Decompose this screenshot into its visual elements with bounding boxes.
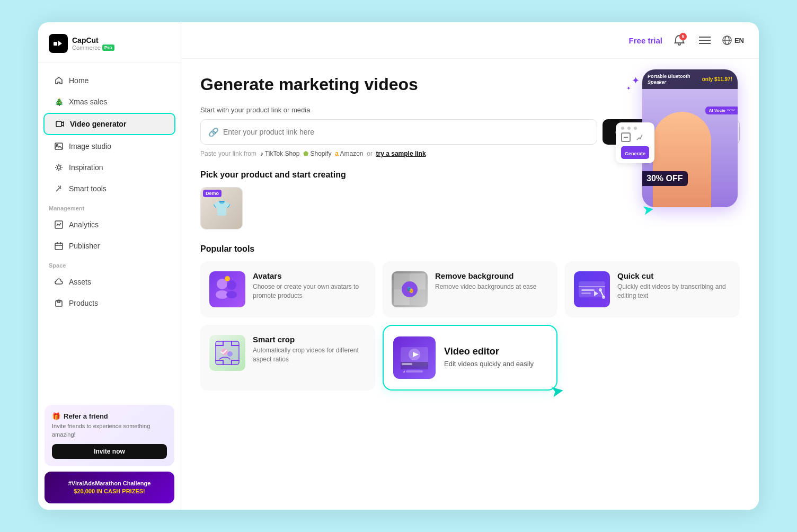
sidebar-item-video-generator[interactable]: Video generator — [43, 113, 175, 135]
remove-bg-name: Remove background — [435, 271, 548, 280]
svg-point-17 — [227, 280, 236, 290]
video-icon — [55, 119, 65, 129]
refer-desc: Invite friends to experience something a… — [52, 422, 167, 439]
sidebar-item-analytics[interactable]: Analytics — [43, 215, 175, 235]
page-title: Generate marketing videos — [200, 75, 740, 94]
svg-point-5 — [57, 166, 60, 169]
product-link-input[interactable] — [223, 128, 589, 136]
svg-rect-42 — [406, 370, 423, 373]
tool-card-avatars[interactable]: Avatars Choose or create your own avatar… — [200, 261, 375, 317]
svg-point-19 — [225, 276, 230, 281]
add-media-button[interactable]: Add media — [679, 119, 740, 145]
calendar-icon — [54, 241, 64, 251]
remove-bg-thumb: 🎭 — [392, 271, 428, 307]
link-input-wrapper: 🔗 — [200, 119, 597, 145]
input-section-label: Start with your product link or media — [200, 106, 740, 114]
sidebar-item-inspiration[interactable]: Inspiration — [43, 157, 175, 178]
refer-card: 🎁 Refer a friend Invite friends to exper… — [45, 405, 174, 466]
sidebar-nav: Home 🎄 Xmas sales Video generator — [38, 63, 181, 398]
header: Free trial 5 — [181, 22, 759, 59]
pick-section-title: Pick your product and start creating — [200, 170, 740, 180]
free-trial-button[interactable]: Free trial — [629, 36, 662, 45]
logo-app-name: CapCut — [72, 36, 114, 45]
menu-icon[interactable] — [696, 32, 713, 49]
refer-title: 🎁 Refer a friend — [52, 412, 167, 420]
sidebar-bottom: 🎁 Refer a friend Invite friends to exper… — [38, 398, 181, 510]
logo-text: CapCut Commerce Pro — [72, 36, 114, 51]
video-editor-name: Video editor — [444, 346, 547, 357]
inspiration-icon — [54, 163, 64, 172]
chart-icon — [54, 220, 64, 229]
svg-point-32 — [602, 296, 605, 299]
product-grid: 👕 Demo — [200, 187, 740, 229]
sidebar-item-home[interactable]: Home — [43, 70, 175, 91]
tools-grid-row1: Avatars Choose or create your own avatar… — [200, 261, 740, 317]
avatars-thumb — [209, 271, 245, 307]
box-icon — [54, 298, 64, 308]
tool-card-remove-bg[interactable]: 🎭 Remove background Remove video backgro… — [383, 261, 557, 317]
smart-crop-thumb — [209, 335, 245, 371]
svg-rect-41 — [401, 366, 428, 369]
paste-hint: Paste your link from ♪ TikTok Shop ⬟ Sho… — [200, 150, 740, 157]
video-editor-thumb — [393, 336, 436, 379]
tree-icon: 🎄 — [54, 97, 64, 107]
quick-cut-name: Quick cut — [617, 271, 731, 280]
sidebar-item-image-studio[interactable]: Image studio — [43, 136, 175, 156]
cloud-icon — [54, 277, 64, 287]
management-label: Management — [38, 200, 181, 214]
tools-grid-empty — [565, 325, 740, 391]
svg-marker-43 — [403, 370, 405, 373]
demo-badge: Demo — [203, 190, 222, 197]
shopify-link[interactable]: Shopify — [310, 150, 331, 157]
tools-grid-row2: Smart crop Automatically crop videos for… — [200, 325, 740, 391]
svg-rect-2 — [56, 121, 61, 127]
svg-rect-8 — [56, 301, 62, 306]
page-body: Portable Bluetooth Speaker only $11.97! … — [181, 59, 759, 510]
logo-icon — [49, 34, 68, 53]
sidebar: CapCut Commerce Pro Home 🎄 Xmas — [38, 22, 181, 510]
popular-tools-title: Popular tools — [200, 244, 740, 254]
logo-sub: Commerce Pro — [72, 45, 114, 51]
language-button[interactable]: EN — [722, 35, 744, 46]
notification-bell[interactable]: 5 — [671, 32, 688, 49]
home-icon — [54, 76, 64, 85]
video-editor-cursor: ➤ — [549, 380, 565, 401]
pro-badge: Pro — [102, 45, 114, 51]
tool-card-quick-cut[interactable]: Quick cut Quickly edit videos by transcr… — [565, 261, 740, 317]
amazon-link[interactable]: Amazon — [340, 150, 364, 157]
tool-card-video-editor[interactable]: Video editor Edit videos quickly and eas… — [383, 325, 557, 391]
main-content: Free trial 5 — [181, 22, 759, 510]
avatars-name: Avatars — [253, 271, 366, 280]
svg-point-31 — [599, 288, 602, 291]
quick-cut-thumb — [574, 271, 610, 307]
sidebar-item-assets[interactable]: Assets — [43, 272, 175, 292]
svg-rect-7 — [55, 243, 63, 250]
avatars-desc: Choose or create your own avatars to pro… — [253, 282, 366, 300]
sidebar-item-smart-tools[interactable]: Smart tools — [43, 179, 175, 199]
sample-link[interactable]: try a sample link — [376, 150, 426, 157]
sidebar-item-products[interactable]: Products — [43, 293, 175, 313]
tiktok-link[interactable]: TikTok Shop — [265, 150, 300, 157]
svg-text:🎭: 🎭 — [406, 286, 414, 294]
smart-crop-name: Smart crop — [253, 335, 366, 344]
invite-button[interactable]: Invite now — [52, 444, 167, 459]
link-icon: 🔗 — [208, 127, 219, 137]
svg-rect-38 — [402, 363, 412, 365]
sidebar-item-publisher[interactable]: Publisher — [43, 236, 175, 256]
svg-marker-1 — [58, 41, 62, 46]
wand-icon — [54, 184, 64, 193]
remove-bg-desc: Remove video backgrounds at ease — [435, 282, 548, 291]
tool-card-smart-crop[interactable]: Smart crop Automatically crop videos for… — [200, 325, 375, 391]
sidebar-item-xmas[interactable]: 🎄 Xmas sales — [43, 92, 175, 112]
notification-badge: 5 — [679, 33, 687, 40]
svg-rect-0 — [54, 42, 57, 46]
smart-crop-desc: Automatically crop videos for different … — [253, 346, 366, 364]
product-thumb-demo[interactable]: 👕 Demo — [200, 187, 243, 229]
generate-button[interactable]: Generate — [603, 119, 662, 145]
quick-cut-desc: Quickly edit videos by transcribing and … — [617, 282, 731, 300]
svg-point-18 — [226, 291, 237, 298]
svg-rect-29 — [581, 292, 591, 294]
image-icon — [54, 141, 64, 151]
svg-rect-28 — [581, 289, 595, 291]
promo-banner[interactable]: #ViralAdsMarathon Challenge $20,000 IN C… — [45, 472, 174, 503]
